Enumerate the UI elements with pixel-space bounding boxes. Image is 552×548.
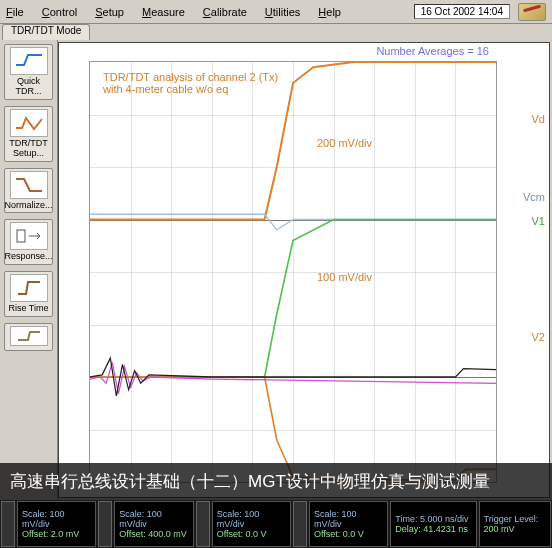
status-trigger[interactable]: Trigger Level:200 mV	[479, 501, 551, 547]
menu-measure[interactable]: Measure	[142, 6, 185, 18]
scale-lower: 100 mV/div	[317, 271, 372, 283]
svg-rect-0	[17, 230, 25, 242]
tab-row: TDR/TDT Mode	[0, 24, 552, 40]
tab-tdr-tdt[interactable]: TDR/TDT Mode	[2, 24, 90, 40]
datetime-display: 16 Oct 2002 14:04	[414, 4, 510, 19]
status-ch1[interactable]: Scale: 100 mV/divOffset: 2.0 mV	[17, 501, 96, 547]
status-ch4[interactable]: Scale: 100 mV/divOffset: 0.0 V	[309, 501, 388, 547]
label-v2: V2	[532, 331, 545, 343]
normalize-icon	[10, 171, 48, 199]
menu-help[interactable]: Help	[318, 6, 341, 18]
channel-chip-3[interactable]	[196, 501, 210, 547]
response-icon	[10, 222, 48, 250]
status-bar: Scale: 100 mV/divOffset: 2.0 mV Scale: 1…	[0, 500, 552, 548]
tdr-setup-icon	[10, 109, 48, 137]
trace-canvas	[90, 62, 496, 482]
label-vcm: Vcm	[523, 191, 545, 203]
scale-upper: 200 mV/div	[317, 137, 372, 149]
tool-extra[interactable]	[4, 323, 53, 351]
label-v1: V1	[532, 215, 545, 227]
menu-utilities[interactable]: Utilities	[265, 6, 300, 18]
label-vd: Vd	[532, 113, 545, 125]
tool-tdr-tdt-setup[interactable]: TDR/TDT Setup...	[4, 106, 53, 162]
tool-normalize[interactable]: Normalize...	[4, 168, 53, 214]
plot-annotation: TDR/TDT analysis of channel 2 (Tx) with …	[103, 71, 278, 95]
plot-grid	[89, 61, 497, 483]
menubar: File Control Setup Measure Calibrate Uti…	[0, 0, 552, 24]
channel-chip-1[interactable]	[1, 501, 15, 547]
caption-text: 高速串行总线设计基础（十二）MGT设计中物理仿真与测试测量	[10, 472, 490, 491]
status-ch3[interactable]: Scale: 100 mV/divOffset: 0.0 V	[212, 501, 291, 547]
tool-rise-time[interactable]: Rise Time	[4, 271, 53, 317]
channel-chip-4[interactable]	[293, 501, 307, 547]
menu-control[interactable]: Control	[42, 6, 77, 18]
tool-response[interactable]: Response...	[4, 219, 53, 265]
extra-icon	[10, 326, 48, 346]
status-ch2[interactable]: Scale: 100 mV/divOffset: 400.0 mV	[114, 501, 193, 547]
channel-chip-2[interactable]	[98, 501, 112, 547]
rise-time-icon	[10, 274, 48, 302]
quick-tdr-icon	[10, 47, 48, 75]
caption-overlay: 高速串行总线设计基础（十二）MGT设计中物理仿真与测试测量	[0, 463, 552, 501]
averages-label: Number Averages = 16	[376, 45, 489, 57]
main-area: Quick TDR... TDR/TDT Setup... Normalize.…	[0, 40, 552, 500]
menu-file[interactable]: File	[6, 6, 24, 18]
tool-sidebar: Quick TDR... TDR/TDT Setup... Normalize.…	[0, 40, 58, 500]
menu-setup[interactable]: Setup	[95, 6, 124, 18]
status-time[interactable]: Time: 5.000 ns/divDelay: 41.4231 ns	[390, 501, 476, 547]
tool-quick-tdr[interactable]: Quick TDR...	[4, 44, 53, 100]
oscilloscope-plot[interactable]: Number Averages = 16 TDR/TDT analysis of…	[58, 42, 550, 498]
menu-calibrate[interactable]: Calibrate	[203, 6, 247, 18]
brand-logo-icon	[518, 3, 546, 21]
